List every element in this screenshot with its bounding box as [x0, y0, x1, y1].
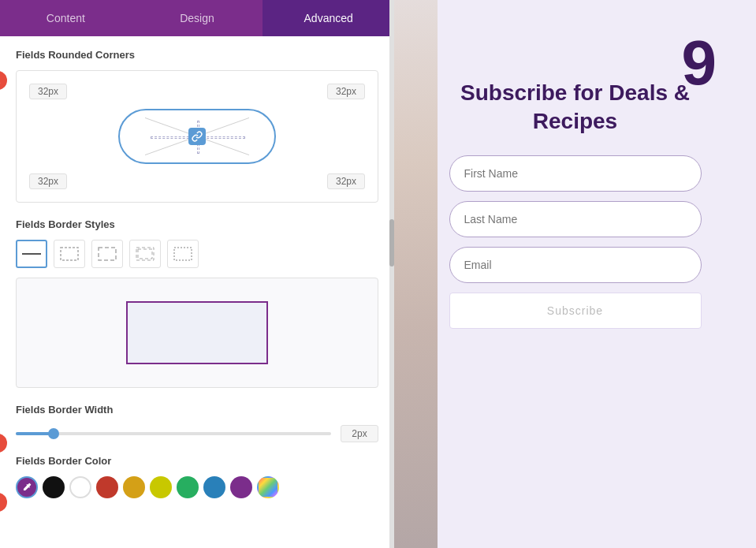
color-swatch-red[interactable] — [96, 476, 118, 498]
corner-top-left[interactable]: 32px — [29, 84, 67, 99]
border-color-section: Fields Border Color — [16, 455, 378, 498]
corner-bottom-left[interactable]: 32px — [29, 173, 67, 189]
border-styles-section: Fields Border Styles — [16, 218, 378, 388]
panel-content: Fields Rounded Corners 32px 32px — [0, 36, 394, 548]
svg-rect-5 — [138, 249, 152, 259]
email-input[interactable] — [449, 247, 702, 283]
subscribe-title: Subscribe for Deals & Recipes — [418, 79, 732, 136]
corner-top-right[interactable]: 32px — [327, 84, 365, 99]
border-width-title: Fields Border Width — [16, 404, 378, 416]
color-swatches — [16, 476, 378, 498]
svg-rect-6 — [174, 248, 192, 260]
color-swatch-orange[interactable] — [123, 476, 145, 498]
border-width-value[interactable]: 2px — [341, 425, 378, 442]
border-color-title: Fields Border Color — [16, 455, 378, 467]
border-style-dashed-lg[interactable] — [91, 240, 123, 268]
tab-advanced[interactable]: Advanced — [263, 0, 394, 36]
color-swatch-yellow[interactable] — [150, 476, 172, 498]
slider-thumb[interactable] — [48, 428, 59, 439]
corners-widget: 32px 32px 32px — [16, 70, 378, 203]
rounded-corners-title: Fields Rounded Corners — [16, 49, 378, 61]
border-style-options — [16, 240, 378, 268]
border-styles-title: Fields Border Styles — [16, 218, 378, 230]
border-style-dotted[interactable] — [167, 240, 199, 268]
corner-bottom-right[interactable]: 32px — [327, 173, 365, 189]
border-style-double[interactable] — [129, 240, 161, 268]
right-panel: 9 Subscribe for Deals & Recipes Subscrib… — [394, 0, 756, 548]
link-icon[interactable] — [188, 128, 206, 145]
color-swatch-white[interactable] — [69, 476, 91, 498]
svg-rect-3 — [99, 248, 116, 260]
subscribe-button[interactable]: Subscribe — [449, 293, 702, 329]
corners-top-row: 32px 32px — [29, 84, 365, 99]
subscribe-form: Subscribe — [449, 155, 702, 329]
tab-content[interactable]: Content — [0, 0, 132, 36]
border-style-solid[interactable] — [16, 240, 47, 268]
corner-shape-preview — [118, 109, 276, 164]
color-swatch-blue[interactable] — [203, 476, 225, 498]
tab-design[interactable]: Design — [132, 0, 263, 36]
color-swatch-gradient[interactable] — [257, 476, 279, 498]
border-width-section: Fields Border Width 2px — [16, 404, 378, 442]
border-preview-box — [126, 301, 268, 364]
color-swatch-purple[interactable] — [230, 476, 252, 498]
border-width-slider-track[interactable] — [16, 432, 331, 435]
corners-bottom-row: 32px 32px — [29, 173, 365, 189]
border-style-dashed-sm[interactable] — [54, 240, 85, 268]
border-preview-area — [16, 278, 378, 388]
color-swatch-custom[interactable] — [16, 476, 38, 498]
color-swatch-black[interactable] — [43, 476, 65, 498]
rounded-corners-section: Fields Rounded Corners 32px 32px — [16, 49, 378, 203]
last-name-input[interactable] — [449, 201, 702, 237]
first-name-input[interactable] — [449, 155, 702, 192]
color-swatch-green[interactable] — [177, 476, 199, 498]
svg-rect-2 — [61, 248, 78, 260]
tabs-bar: Content Design Advanced — [0, 0, 394, 36]
slider-row: 2px — [16, 425, 378, 442]
